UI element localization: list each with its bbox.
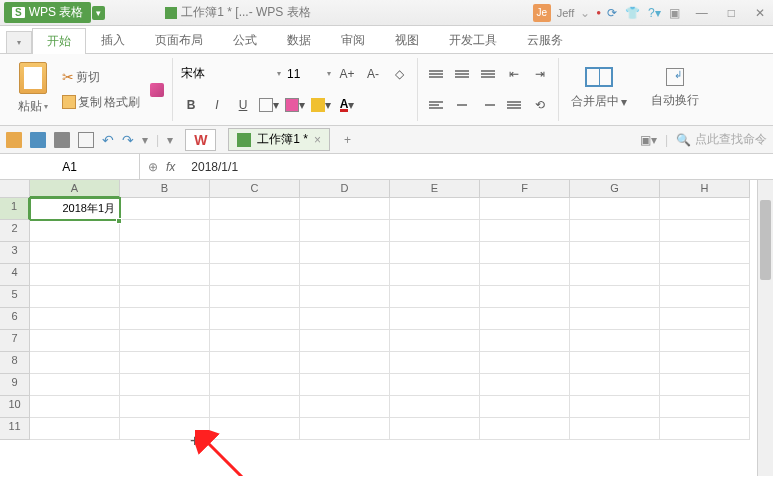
cell[interactable] (480, 264, 570, 286)
user-avatar[interactable]: Je (533, 4, 551, 22)
cell[interactable] (120, 374, 210, 396)
orientation-button[interactable]: ⟲ (530, 95, 550, 115)
tshirt-icon[interactable]: 👕 (625, 6, 640, 20)
cell[interactable] (570, 374, 660, 396)
cell[interactable] (480, 418, 570, 440)
indent-right-button[interactable]: ⇥ (530, 64, 550, 84)
tab-insert[interactable]: 插入 (86, 27, 140, 53)
justify-button[interactable] (504, 95, 524, 115)
cell[interactable] (210, 220, 300, 242)
sidebar-toggle-icon[interactable]: ▣▾ (640, 133, 657, 147)
name-box[interactable]: A1 (0, 154, 140, 179)
cell[interactable] (300, 308, 390, 330)
tab-cloud[interactable]: 云服务 (512, 27, 578, 53)
cell[interactable] (570, 330, 660, 352)
cell[interactable] (390, 242, 480, 264)
border-button[interactable]: ▾ (259, 95, 279, 115)
row-header[interactable]: 4 (0, 264, 30, 286)
redo-icon[interactable]: ↷ (122, 132, 134, 148)
workbook-tab[interactable]: 工作簿1 * × (228, 128, 330, 151)
row-header[interactable]: 3 (0, 242, 30, 264)
wps-menu-dropdown[interactable]: ▾ (92, 6, 105, 20)
cell[interactable] (570, 352, 660, 374)
tab-start[interactable]: 开始 (32, 28, 86, 54)
user-dropdown-icon[interactable]: ⌄ (580, 6, 590, 20)
row-header[interactable]: 8 (0, 352, 30, 374)
user-area[interactable]: Je Jeff ⌄ ● (533, 4, 601, 22)
cell[interactable] (480, 308, 570, 330)
notification-dot[interactable]: ● (596, 8, 601, 17)
cell[interactable] (570, 396, 660, 418)
font-name-select[interactable]: 宋体▾ (181, 65, 281, 82)
tab-layout[interactable]: 页面布局 (140, 27, 218, 53)
format-painter-button[interactable]: 格式刷 (104, 94, 140, 111)
align-middle-button[interactable] (452, 64, 472, 84)
cell[interactable] (30, 352, 120, 374)
cell[interactable] (120, 242, 210, 264)
bold-button[interactable]: B (181, 95, 201, 115)
cell[interactable] (210, 418, 300, 440)
row-header[interactable]: 9 (0, 374, 30, 396)
cell[interactable] (660, 418, 750, 440)
cell[interactable] (660, 308, 750, 330)
shrink-font-button[interactable]: A- (363, 64, 383, 84)
cell[interactable] (30, 418, 120, 440)
tab-devtools[interactable]: 开发工具 (434, 27, 512, 53)
cell[interactable] (120, 286, 210, 308)
row-header[interactable]: 2 (0, 220, 30, 242)
cell[interactable] (480, 198, 570, 220)
save-icon[interactable] (30, 132, 46, 148)
align-left-button[interactable] (426, 95, 446, 115)
cell[interactable] (120, 198, 210, 220)
close-button[interactable]: ✕ (751, 6, 769, 20)
brush-icon[interactable] (150, 83, 164, 97)
cell[interactable] (30, 264, 120, 286)
align-bottom-button[interactable] (478, 64, 498, 84)
wps-logo[interactable]: S WPS 表格 (4, 2, 91, 23)
cell[interactable] (30, 330, 120, 352)
cell[interactable] (480, 352, 570, 374)
cell[interactable] (390, 374, 480, 396)
cell[interactable] (390, 330, 480, 352)
open-icon[interactable] (6, 132, 22, 148)
cell[interactable] (300, 396, 390, 418)
cell[interactable] (120, 396, 210, 418)
cell[interactable] (210, 198, 300, 220)
vertical-scrollbar[interactable] (757, 180, 773, 476)
col-header-f[interactable]: F (480, 180, 570, 198)
cell-style-button[interactable]: ▾ (285, 95, 305, 115)
tab-view[interactable]: 视图 (380, 27, 434, 53)
minimize-button[interactable]: — (692, 6, 712, 20)
cell[interactable] (210, 374, 300, 396)
cell[interactable] (300, 286, 390, 308)
cell[interactable] (120, 220, 210, 242)
select-all-corner[interactable] (0, 180, 30, 198)
col-header-e[interactable]: E (390, 180, 480, 198)
cell[interactable] (660, 374, 750, 396)
cell[interactable] (300, 352, 390, 374)
cell[interactable] (570, 264, 660, 286)
cell[interactable] (660, 352, 750, 374)
wps-home-tab[interactable]: W (185, 129, 216, 151)
col-header-d[interactable]: D (300, 180, 390, 198)
cell[interactable] (390, 352, 480, 374)
col-header-b[interactable]: B (120, 180, 210, 198)
tab-formula[interactable]: 公式 (218, 27, 272, 53)
cell[interactable] (660, 264, 750, 286)
underline-button[interactable]: U (233, 95, 253, 115)
cell[interactable] (210, 396, 300, 418)
cell[interactable] (210, 308, 300, 330)
col-header-a[interactable]: A (30, 180, 120, 198)
cut-button[interactable]: ✂剪切 (58, 67, 144, 88)
cell[interactable] (480, 374, 570, 396)
cell[interactable] (120, 330, 210, 352)
fill-color-button[interactable]: ▾ (311, 95, 331, 115)
tab-review[interactable]: 审阅 (326, 27, 380, 53)
spreadsheet-grid[interactable]: A B C D E F G H (0, 180, 773, 198)
cell[interactable] (300, 330, 390, 352)
cell[interactable] (570, 220, 660, 242)
italic-button[interactable]: I (207, 95, 227, 115)
cell[interactable] (210, 330, 300, 352)
cell[interactable] (570, 418, 660, 440)
cell[interactable] (390, 220, 480, 242)
